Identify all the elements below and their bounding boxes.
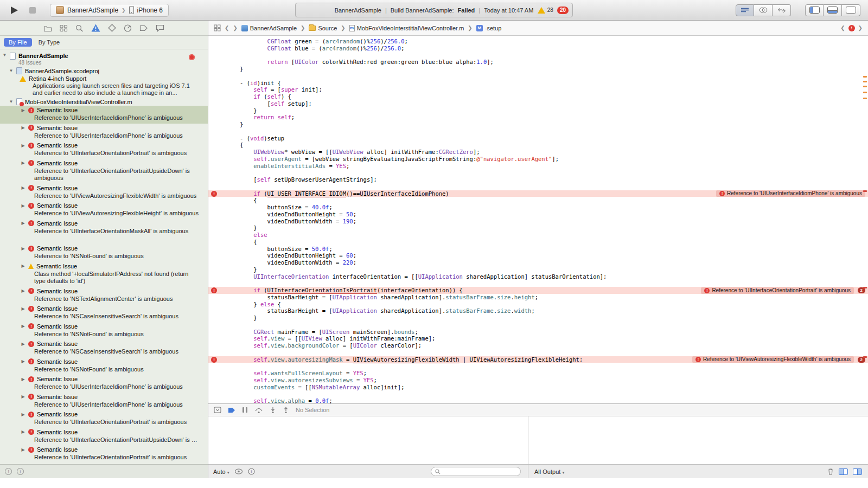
variables-view[interactable] bbox=[208, 416, 528, 464]
code-line[interactable]: else bbox=[208, 232, 868, 239]
error-gutter-icon[interactable]: ! bbox=[211, 191, 217, 197]
breakpoints-toggle-icon[interactable] bbox=[228, 407, 235, 413]
code-line[interactable] bbox=[208, 349, 868, 356]
code-line[interactable]: return [UIColor colorWithRed:red green:g… bbox=[208, 59, 868, 66]
disclosure-down-icon[interactable]: ▼ bbox=[9, 68, 14, 73]
hide-debug-area-icon[interactable] bbox=[214, 407, 221, 413]
step-over-icon[interactable] bbox=[254, 407, 263, 414]
show-console-pane-icon[interactable] bbox=[853, 468, 862, 475]
code-line[interactable]: self.wantsFullScreenLayout = YES; bbox=[208, 370, 868, 377]
standard-editor-button[interactable] bbox=[736, 4, 754, 16]
scrollbar-issue-marks[interactable] bbox=[863, 36, 867, 403]
disclosure-right-icon[interactable]: ▶ bbox=[21, 143, 25, 148]
code-line[interactable] bbox=[208, 363, 868, 370]
issue-indicator-icon[interactable]: ! bbox=[848, 25, 855, 31]
issue-item[interactable]: ▶!Semantic IssueReference to 'NSNotFound… bbox=[0, 244, 208, 262]
code-line[interactable]: CGFloat blue = (arc4random()%256)/256.0; bbox=[208, 45, 868, 52]
code-line[interactable]: } bbox=[208, 107, 868, 114]
related-items-icon[interactable] bbox=[214, 24, 221, 31]
step-out-icon[interactable] bbox=[283, 407, 289, 414]
code-line[interactable]: statusBarHeight = [UIApplication sharedA… bbox=[208, 307, 868, 314]
code-line[interactable]: } else { bbox=[208, 301, 868, 308]
toggle-navigator-button[interactable] bbox=[805, 4, 824, 16]
error-gutter-icon[interactable]: ! bbox=[211, 287, 217, 293]
breakpoint-navigator-icon[interactable] bbox=[139, 24, 148, 32]
breadcrumb-file[interactable]: m MobFoxVideoInterstitialViewController.… bbox=[349, 25, 464, 31]
code-line[interactable]: } bbox=[208, 314, 868, 322]
report-navigator-icon[interactable] bbox=[156, 24, 164, 32]
breadcrumb-project[interactable]: BannerAdSample bbox=[241, 25, 297, 31]
code-line[interactable]: self = [super init]; bbox=[208, 86, 868, 93]
error-annotation[interactable]: !Reference to 'UIUserInterfaceIdiomPhone… bbox=[716, 190, 865, 197]
next-issue-button[interactable]: ❯ bbox=[858, 25, 863, 31]
code-line[interactable]: buttonSize = 50.0f; bbox=[208, 246, 868, 253]
disclosure-right-icon[interactable]: ▶ bbox=[21, 447, 25, 452]
tab-by-file[interactable]: By File bbox=[4, 38, 32, 47]
disclosure-right-icon[interactable]: ▶ bbox=[21, 264, 25, 268]
issue-item[interactable]: ▶!Semantic IssueReference to 'UIViewAuto… bbox=[0, 201, 208, 219]
filter-issues-icon[interactable]: ! bbox=[5, 468, 12, 475]
code-line[interactable]: CGFloat green = (arc4random()%256)/256.0… bbox=[208, 38, 868, 45]
issue-navigator-icon[interactable] bbox=[91, 24, 100, 32]
code-line[interactable]: self.view.backgroundColor = [UIColor cle… bbox=[208, 342, 868, 349]
issue-item[interactable]: ▶!Semantic IssueReference to 'NSNotFound… bbox=[0, 322, 208, 340]
issue-item[interactable]: ▶!Semantic IssueReference to 'NSNotFound… bbox=[0, 357, 208, 375]
issue-item[interactable]: ▶!Semantic IssueReference to 'NSCaseInse… bbox=[0, 304, 208, 322]
filter-info-icon[interactable]: i bbox=[17, 468, 24, 475]
code-line[interactable]: } bbox=[208, 66, 868, 73]
issue-item[interactable]: ▶!Semantic IssueReference to 'UIInterfac… bbox=[0, 445, 208, 463]
error-count[interactable]: 20 bbox=[557, 7, 569, 14]
warning-count[interactable]: 28 bbox=[547, 7, 553, 13]
forward-button[interactable]: ❯ bbox=[233, 25, 237, 31]
code-line[interactable]: CGRect mainFrame = [UIScreen mainScreen]… bbox=[208, 329, 868, 336]
code-line[interactable] bbox=[208, 128, 868, 135]
eye-icon[interactable] bbox=[234, 468, 243, 474]
code-line[interactable]: buttonSize = 40.0f; bbox=[208, 204, 868, 211]
disclosure-right-icon[interactable]: ▶ bbox=[21, 306, 25, 311]
code-line[interactable] bbox=[208, 52, 868, 59]
issue-item[interactable]: ▶!Semantic IssueReference to 'UIUserInte… bbox=[0, 375, 208, 393]
disclosure-right-icon[interactable]: ▶ bbox=[21, 221, 25, 226]
test-navigator-icon[interactable] bbox=[108, 24, 116, 32]
code-line[interactable]: statusBarHeight = [UIApplication sharedA… bbox=[208, 294, 868, 301]
retina-warning-row[interactable]: Retina 4-inch Support bbox=[0, 75, 208, 82]
tab-by-type[interactable]: By Type bbox=[39, 39, 60, 46]
show-variables-pane-icon[interactable] bbox=[839, 468, 848, 475]
code-line[interactable]: { bbox=[208, 142, 868, 149]
issue-item[interactable]: ▶!Semantic IssueReference to 'NSTextAlig… bbox=[0, 287, 208, 305]
disclosure-right-icon[interactable]: ▶ bbox=[21, 342, 25, 346]
disclosure-right-icon[interactable]: ▶ bbox=[21, 203, 25, 208]
code-line[interactable]: self.view.alpha = 0.0f; bbox=[208, 397, 868, 403]
code-line[interactable]: - (void)setup bbox=[208, 135, 868, 142]
error-annotation[interactable]: !Reference to 'UIViewAutoresizingFlexibl… bbox=[692, 356, 854, 363]
disclosure-down-icon[interactable]: ▼ bbox=[2, 53, 7, 57]
previous-issue-button[interactable]: ❮ bbox=[840, 25, 845, 31]
toggle-debug-area-button[interactable] bbox=[824, 4, 842, 16]
code-line[interactable]: } bbox=[208, 266, 868, 273]
code-line[interactable]: self.userAgent = [webView stringByEvalua… bbox=[208, 156, 868, 163]
code-line[interactable]: videoEndButtonWidth = 190; bbox=[208, 218, 868, 225]
issue-item[interactable]: ▶!Semantic IssueReference to 'UIInterfac… bbox=[0, 428, 208, 446]
issue-item[interactable]: ▶!Semantic IssueReference to 'UIUserInte… bbox=[0, 124, 208, 142]
console-view[interactable] bbox=[528, 416, 868, 464]
code-line[interactable] bbox=[208, 73, 868, 80]
code-line[interactable] bbox=[208, 169, 868, 176]
disclosure-right-icon[interactable]: ▶ bbox=[21, 324, 25, 329]
breadcrumb-method[interactable]: M -setup bbox=[476, 25, 502, 31]
scheme-selector[interactable]: BannerAdSample ❯ iPhone 6 bbox=[50, 4, 169, 17]
symbol-navigator-icon[interactable] bbox=[60, 24, 68, 32]
code-line[interactable]: self.view.autoresizingMask = UIViewAutor… bbox=[208, 356, 868, 363]
code-line[interactable]: if (self) { bbox=[208, 93, 868, 100]
issue-item[interactable]: ▶!Semantic IssueReference to 'UIUserInte… bbox=[0, 393, 208, 410]
version-editor-button[interactable] bbox=[773, 4, 791, 16]
disclosure-right-icon[interactable]: ▶ bbox=[21, 108, 25, 113]
breadcrumb-group[interactable]: Source bbox=[309, 25, 337, 31]
code-line[interactable]: UIWebView* webView = [[UIWebView alloc] … bbox=[208, 149, 868, 156]
disclosure-right-icon[interactable]: ▶ bbox=[21, 359, 25, 364]
code-line[interactable]: } bbox=[208, 224, 868, 232]
disclosure-right-icon[interactable]: ▶ bbox=[21, 412, 25, 417]
code-line[interactable]: if (UI_USER_INTERFACE_IDIOM()==UIUserInt… bbox=[208, 190, 868, 197]
issue-item[interactable]: ▶!Semantic IssueReference to 'UIInterfac… bbox=[0, 141, 208, 159]
assistant-editor-button[interactable] bbox=[754, 4, 773, 16]
step-into-icon[interactable] bbox=[270, 407, 276, 414]
